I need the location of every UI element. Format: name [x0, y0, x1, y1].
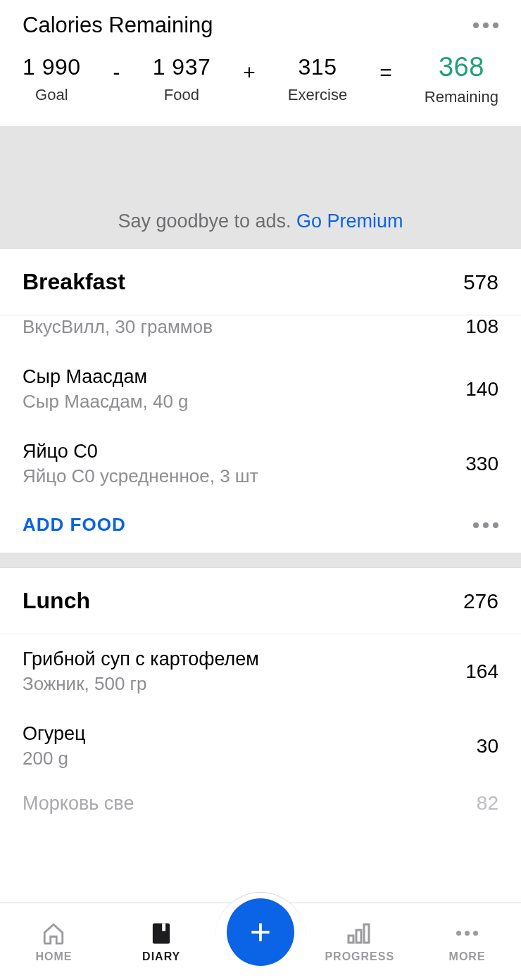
minus-operator: -: [113, 61, 120, 84]
calorie-equation: 1 990 Goal - 1 937 Food + 315 Exercise =…: [23, 52, 498, 106]
svg-rect-1: [162, 923, 165, 931]
summary-title: Calories Remaining: [23, 13, 213, 38]
add-button[interactable]: +: [227, 898, 294, 966]
breakfast-more-icon[interactable]: [473, 522, 498, 528]
food-subtitle: ВкусВилл, 30 граммов: [23, 316, 213, 338]
food-calories: 140: [465, 378, 498, 401]
svg-rect-4: [364, 924, 369, 943]
food-label: Food: [164, 86, 199, 104]
calories-summary: Calories Remaining 1 990 Goal - 1 937 Fo…: [0, 0, 521, 126]
food-value: 1 937: [153, 54, 211, 80]
lunch-title: Lunch: [23, 588, 90, 614]
food-item[interactable]: Грибной суп с картофелем Зожник, 500 гр …: [0, 634, 521, 709]
plus-operator: +: [243, 61, 256, 84]
lunch-header[interactable]: Lunch 276: [0, 568, 521, 634]
breakfast-title: Breakfast: [23, 269, 125, 295]
food-item[interactable]: Сыр Маасдам Сыр Маасдам, 40 g 140: [0, 352, 521, 427]
svg-rect-0: [153, 923, 170, 943]
home-icon: [42, 921, 65, 946]
food-column: 1 937 Food: [153, 54, 211, 104]
goal-value: 1 990: [23, 54, 81, 80]
food-name: Яйцо С0: [23, 441, 258, 463]
nav-progress-label: PROGRESS: [325, 950, 394, 963]
remaining-column: 368 Remaining: [425, 52, 498, 106]
remaining-value: 368: [439, 52, 484, 82]
breakfast-total: 578: [463, 270, 498, 294]
nav-progress[interactable]: PROGRESS: [318, 921, 402, 963]
exercise-value: 315: [299, 54, 337, 80]
breakfast-actions: ADD FOOD: [0, 501, 521, 553]
progress-icon: [347, 921, 372, 946]
exercise-column: 315 Exercise: [288, 54, 347, 104]
diary-icon: [151, 921, 172, 946]
food-subtitle: 200 g: [23, 748, 86, 769]
food-item[interactable]: Огурец 200 g 30: [0, 709, 521, 784]
food-name: Огурец: [23, 723, 86, 745]
nav-more[interactable]: MORE: [425, 921, 510, 963]
equals-operator: =: [379, 61, 392, 84]
food-name-partial: Морковь све: [23, 793, 134, 815]
nav-diary[interactable]: DIARY: [119, 921, 203, 963]
breakfast-header[interactable]: Breakfast 578: [0, 249, 521, 315]
nav-home[interactable]: HOME: [11, 921, 96, 963]
food-subtitle: Зожник, 500 гр: [23, 673, 259, 695]
svg-rect-2: [349, 936, 353, 943]
go-premium-link[interactable]: Go Premium: [296, 211, 403, 232]
food-item[interactable]: ВкусВилл, 30 граммов 108: [0, 315, 521, 352]
goal-label: Goal: [35, 86, 68, 104]
add-food-button[interactable]: ADD FOOD: [23, 514, 126, 536]
lunch-total: 276: [463, 589, 498, 613]
food-calories: 108: [465, 315, 498, 338]
food-name: Грибной суп с картофелем: [23, 648, 259, 670]
food-calories: 164: [465, 660, 498, 683]
food-subtitle: Яйцо С0 усредненное, 3 шт: [23, 465, 258, 487]
remaining-label: Remaining: [425, 88, 498, 106]
svg-rect-3: [356, 930, 361, 943]
ad-text: Say goodbye to ads.: [118, 211, 296, 232]
nav-diary-label: DIARY: [142, 950, 180, 963]
more-icon: [456, 921, 478, 946]
nav-more-label: MORE: [449, 950, 486, 963]
section-separator: [0, 553, 521, 568]
summary-more-icon[interactable]: [473, 23, 498, 28]
food-calories: 30: [477, 735, 498, 758]
food-item[interactable]: Яйцо С0 Яйцо С0 усредненное, 3 шт 330: [0, 427, 521, 501]
nav-home-label: HOME: [35, 950, 72, 963]
goal-column: 1 990 Goal: [23, 54, 81, 104]
plus-icon: +: [250, 911, 271, 953]
food-subtitle: Сыр Маасдам, 40 g: [23, 391, 189, 413]
exercise-label: Exercise: [288, 86, 347, 104]
food-calories: 330: [465, 453, 498, 475]
food-item-partial[interactable]: Морковь све 82: [0, 784, 521, 815]
food-calories-partial: 82: [477, 792, 498, 815]
bottom-nav: HOME DIARY + PROGRESS MORE: [0, 903, 521, 980]
ad-banner[interactable]: Say goodbye to ads. Go Premium: [0, 126, 521, 249]
food-name: Сыр Маасдам: [23, 366, 189, 388]
